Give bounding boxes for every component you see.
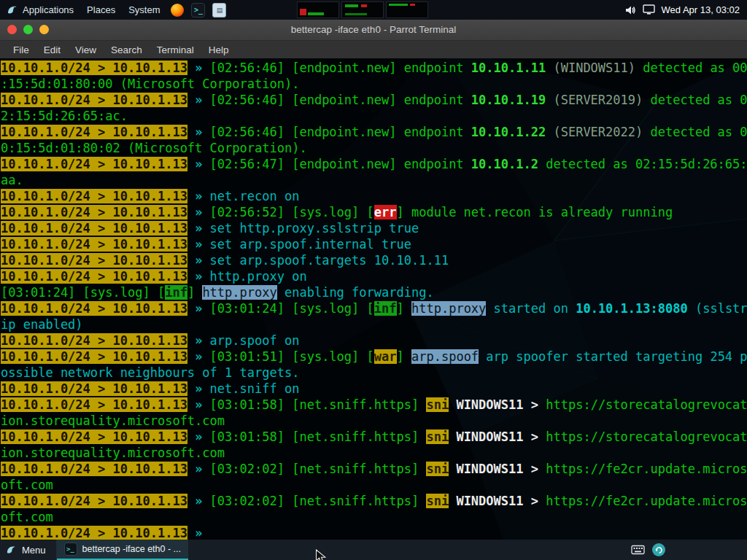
terminal-text-segment	[187, 526, 195, 540]
parrot-menu-icon	[6, 545, 17, 556]
terminal-text-segment	[187, 189, 195, 203]
terminal-text-segment: https://storecatalogrevocat	[546, 429, 747, 444]
terminal-row: 10.10.1.0/24 > 10.10.1.13 » [03:01:58] […	[1, 397, 747, 413]
minimize-button[interactable]	[39, 25, 49, 34]
terminal-row: 10.10.1.0/24 > 10.10.1.13 » set http.pro…	[1, 220, 747, 236]
terminal-text-segment	[187, 301, 195, 316]
terminal-text-segment: »	[195, 157, 202, 171]
terminal-text-segment: ]	[397, 301, 411, 316]
terminal-text-segment	[187, 397, 195, 412]
terminal-text-segment: »	[195, 526, 202, 540]
terminal-text-segment: »	[195, 61, 202, 75]
terminal-text-segment: [03:01:51] [sys.log] [	[202, 349, 374, 364]
panel-menu-label: Places	[87, 4, 115, 15]
terminal-text-segment: detected as 0	[651, 93, 747, 107]
terminal-text-segment: sni	[426, 462, 449, 476]
terminal-text-segment: set arp.spoof.internal true	[202, 237, 411, 252]
terminal-row: 0:15:5d:01:80:02 (Microsoft Corporation)…	[1, 140, 747, 156]
terminal-text-segment	[187, 221, 195, 236]
panel-window-preview[interactable]	[386, 1, 428, 18]
terminal-text-segment: [03:02:02] [net.sniff.https]	[202, 494, 426, 508]
close-button[interactable]	[7, 25, 17, 34]
panel-menu-applications[interactable]: Applications	[0, 0, 80, 20]
menu-edit[interactable]: Edit	[36, 41, 68, 58]
terminal-text-segment: »	[195, 125, 202, 139]
terminal-text-segment: inf	[374, 301, 397, 316]
firefox-launcher-icon[interactable]	[170, 3, 184, 17]
menu-view[interactable]: View	[68, 41, 104, 58]
terminal-row: 10.10.1.0/24 > 10.10.1.13 » [03:01:51] […	[1, 349, 747, 365]
terminal-row: :15:5d:01:80:00 (Microsoft Corporation).	[1, 76, 747, 92]
panel-menu-system[interactable]: System	[122, 0, 166, 20]
terminal-text-segment: 10.10.1.0/24 > 10.10.1.13	[1, 253, 187, 268]
terminal-text-segment: >	[524, 494, 546, 508]
window-title: bettercap -iface eth0 - Parrot Terminal	[0, 20, 747, 40]
notes-launcher-icon[interactable]: ▤	[212, 3, 226, 17]
terminal-text-segment: net.sniff on	[202, 381, 299, 396]
updater-tray-icon[interactable]	[652, 543, 665, 556]
terminal-row: [03:01:24] [sys.log] [inf] http.proxy en…	[1, 284, 747, 300]
terminal-text-segment: »	[195, 462, 202, 476]
terminal-row: 10.10.1.0/24 > 10.10.1.13 » net.recon on	[1, 188, 747, 204]
terminal-row: 10.10.1.0/24 > 10.10.1.13 » [02:56:47] […	[1, 156, 747, 172]
taskbar-task-bettercap[interactable]: >_ bettercap -iface eth0 - ...	[57, 540, 189, 560]
display-icon[interactable]	[643, 4, 655, 15]
taskbar-menu-button[interactable]: Menu	[0, 540, 57, 560]
terminal-text-segment: sni	[426, 494, 449, 508]
panel-menu-places[interactable]: Places	[80, 0, 122, 20]
menu-search[interactable]: Search	[104, 41, 150, 58]
terminal-text-segment: [02:56:52] [sys.log] [	[202, 205, 374, 219]
terminal-text-segment: aa.	[1, 173, 23, 187]
terminal-text-segment: 10.10.1.0/24 > 10.10.1.13	[1, 269, 187, 284]
terminal-text-segment: »	[195, 93, 202, 107]
terminal-text-segment: »	[195, 429, 202, 444]
terminal-text-segment: 10.10.1.0/24 > 10.10.1.13	[1, 93, 187, 107]
terminal-text-segment: ] module net.recon is already running	[397, 205, 673, 219]
terminal-row: oft.com	[1, 477, 747, 493]
maximize-button[interactable]	[23, 25, 33, 34]
terminal-text-segment: (WINDOWS11)	[546, 61, 643, 75]
terminal-text-segment: https://fe2cr.update.micros	[546, 462, 747, 476]
terminal-text-segment: (SERVER2022)	[546, 125, 650, 139]
terminal-text-segment: 2:15:5d:26:65:ac.	[1, 109, 128, 123]
terminal-launcher-icon[interactable]: >_	[191, 3, 205, 17]
terminal-text-segment	[187, 93, 195, 107]
terminal-text-segment	[187, 429, 195, 444]
menu-terminal[interactable]: Terminal	[150, 41, 201, 58]
terminal-text-segment: [02:56:46] [endpoint.new] endpoint	[202, 93, 471, 107]
terminal-row: 10.10.1.0/24 > 10.10.1.13 » [03:02:02] […	[1, 461, 747, 477]
terminal-text-segment: (SERVER2019)	[546, 93, 650, 107]
terminal-text-segment: >	[524, 429, 546, 444]
terminal-text-segment: 10.10.1.0/24 > 10.10.1.13	[1, 397, 187, 412]
panel-window-preview[interactable]	[297, 1, 339, 18]
terminal-text-segment: :15:5d:01:80:00 (Microsoft Corporation).	[1, 77, 299, 91]
terminal-row: ip enabled)	[1, 316, 747, 332]
terminal-row: 10.10.1.0/24 > 10.10.1.13 » [02:56:46] […	[1, 60, 747, 76]
panel-window-preview[interactable]	[341, 1, 384, 18]
terminal-text-segment: ip enabled)	[1, 317, 83, 332]
terminal-text-segment	[187, 205, 195, 219]
terminal-text-segment: detected as 0	[651, 125, 747, 139]
terminal-text-segment	[187, 269, 195, 284]
volume-icon[interactable]	[624, 4, 636, 16]
menu-file[interactable]: File	[6, 41, 36, 58]
terminal-text-segment: err	[374, 205, 397, 219]
panel-clock[interactable]: Wed Apr 13, 03:02	[662, 4, 740, 15]
terminal-text-segment	[449, 397, 456, 412]
terminal-text-segment: 0:15:5d:01:80:02 (Microsoft Corporation)…	[1, 141, 307, 155]
terminal-output[interactable]: 10.10.1.0/24 > 10.10.1.13 » [02:56:46] […	[0, 58, 747, 540]
menu-help[interactable]: Help	[201, 41, 236, 58]
terminal-row: 10.10.1.0/24 > 10.10.1.13 » [02:56:46] […	[1, 124, 747, 140]
keyboard-indicator-icon[interactable]	[631, 545, 645, 555]
terminal-text-segment: https://storecatalogrevocat	[546, 397, 747, 412]
terminal-text-segment: 10.10.1.0/24 > 10.10.1.13	[1, 429, 187, 444]
terminal-row: 10.10.1.0/24 > 10.10.1.13 » http.proxy o…	[1, 268, 747, 284]
terminal-text-segment: sni	[426, 397, 449, 412]
terminal-text-segment: »	[195, 269, 202, 284]
terminal-row: oft.com	[1, 509, 747, 525]
terminal-row: 10.10.1.0/24 > 10.10.1.13 » [03:01:24] […	[1, 300, 747, 316]
terminal-text-segment	[449, 429, 456, 444]
terminal-text-segment: 10.10.1.0/24 > 10.10.1.13	[1, 61, 187, 75]
terminal-text-segment	[187, 494, 195, 508]
titlebar[interactable]: bettercap -iface eth0 - Parrot Terminal	[0, 20, 747, 40]
